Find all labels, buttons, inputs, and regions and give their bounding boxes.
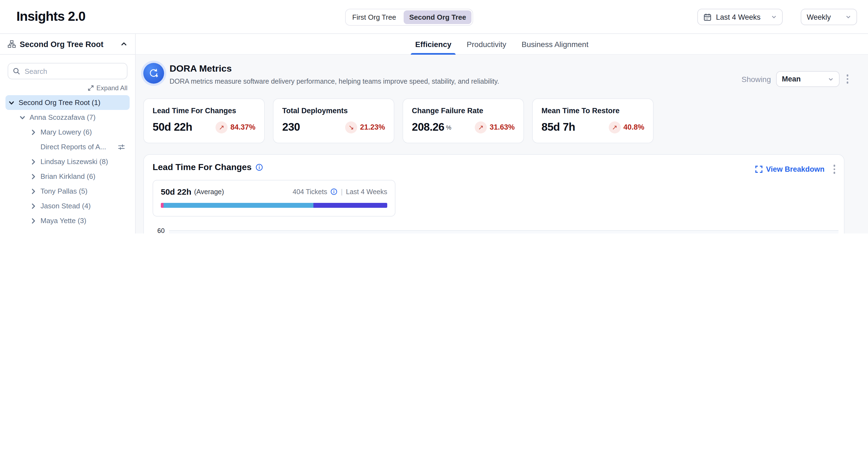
- chevron-right-icon[interactable]: [30, 202, 37, 210]
- tree-item-label: Maya Yette (3): [40, 217, 86, 225]
- phase-segment-review: [164, 203, 313, 208]
- expand-all-label: Expand All: [96, 84, 127, 92]
- org-tree: Second Org Tree Root (1)Anna Scozzafava …: [0, 95, 135, 228]
- dora-menu-kebab-icon[interactable]: [844, 72, 850, 86]
- trend-down-arrow-icon: ↘: [345, 121, 357, 133]
- tab-business-alignment[interactable]: Business Alignment: [520, 34, 589, 55]
- chevron-down-icon: [845, 14, 851, 20]
- phase-distribution-bar: [161, 203, 387, 208]
- chevron-up-icon[interactable]: [120, 40, 127, 48]
- showing-label: Showing: [742, 75, 771, 84]
- chevron-right-icon[interactable]: [30, 158, 37, 165]
- metric-title: Total Deployments: [282, 106, 385, 115]
- tabs: EfficiencyProductivityBusiness Alignment: [136, 34, 868, 55]
- app-title: Insights 2.0: [17, 9, 85, 24]
- metric-value: 230: [282, 121, 300, 133]
- info-icon[interactable]: [330, 188, 338, 195]
- y-tick-label: 60: [148, 227, 165, 234]
- calendar-icon: [703, 13, 712, 21]
- tree-item-label: Tony Pallas (5): [40, 187, 88, 195]
- summary-value: 50d 22h: [161, 187, 191, 196]
- tree-item-tony-pallas-5[interactable]: Tony Pallas (5): [5, 184, 130, 198]
- summary-tickets: 404 Tickets: [292, 188, 327, 195]
- search-input[interactable]: [8, 63, 127, 79]
- topbar-controls: Last 4 Weeks Weekly: [698, 9, 857, 25]
- sidebar: Second Org Tree Root Expand All Second O…: [0, 34, 136, 234]
- metric-value: 208.26: [412, 121, 444, 133]
- metric-delta: 84.37%: [230, 123, 255, 131]
- tree-item-label: Direct Reports of A...: [40, 143, 106, 151]
- dora-description: DORA metrics measure software delivery p…: [169, 77, 499, 85]
- tree-item-mary-lowery-6[interactable]: Mary Lowery (6): [5, 125, 130, 139]
- lead-time-card: Lead Time For Changes View Breakdown 50d…: [143, 154, 844, 234]
- tree-item-brian-kirkland-6[interactable]: Brian Kirkland (6): [5, 169, 130, 184]
- lead-time-view-breakdown-button[interactable]: View Breakdown: [755, 165, 825, 173]
- trend-up-arrow-icon: ↗: [216, 121, 227, 133]
- dora-cycle-icon: [143, 63, 164, 84]
- info-icon[interactable]: [255, 163, 263, 171]
- tree-item-label: Second Org Tree Root (1): [19, 98, 100, 106]
- expand-all-button[interactable]: Expand All: [0, 84, 127, 92]
- tabs-band: EfficiencyProductivityBusiness Alignment: [136, 34, 868, 55]
- tab-efficiency[interactable]: Efficiency: [414, 34, 452, 55]
- metric-title: Lead Time For Changes: [153, 106, 255, 115]
- metric-value: 85d 7h: [541, 121, 575, 133]
- summary-separator: |: [341, 188, 343, 195]
- metric-title: Mean Time To Restore: [541, 106, 644, 115]
- toggle-option-first-org-tree[interactable]: First Org Tree: [347, 10, 401, 24]
- tree-item-direct-reports-of-a[interactable]: Direct Reports of A...: [5, 139, 130, 154]
- sidebar-header: Second Org Tree Root: [0, 34, 135, 55]
- metric-card-change-failure-rate: Change Failure Rate208.26%↗31.63%: [403, 98, 524, 143]
- tree-item-anna-scozzafava-7[interactable]: Anna Scozzafava (7): [5, 110, 130, 125]
- metric-delta: 40.8%: [623, 123, 644, 131]
- metric-title: Change Failure Rate: [412, 106, 515, 115]
- tree-item-maya-yette-3[interactable]: Maya Yette (3): [5, 213, 130, 228]
- lead-time-summary: 50d 22h (Average) 404 Tickets | Last 4 W…: [153, 180, 396, 217]
- lead-time-chart: [169, 230, 838, 234]
- chevron-down-icon: [828, 76, 833, 82]
- filter-sliders-icon[interactable]: [118, 143, 125, 151]
- tree-item-label: Lindsay Liszewski (8): [40, 157, 108, 166]
- tab-productivity[interactable]: Productivity: [466, 34, 507, 55]
- main-content: EfficiencyProductivityBusiness Alignment…: [136, 34, 868, 234]
- metric-card-lead-time-for-changes: Lead Time For Changes50d 22h↗84.37%: [143, 98, 265, 143]
- showing-controls: Showing Mean: [742, 71, 850, 87]
- app-root: Insights 2.0 First Org TreeSecond Org Tr…: [0, 0, 868, 234]
- metric-unit: %: [446, 124, 452, 130]
- tree-item-lindsay-liszewski-8[interactable]: Lindsay Liszewski (8): [5, 154, 130, 169]
- tree-item-jason-stead-4[interactable]: Jason Stead (4): [5, 198, 130, 213]
- date-range-value: Last 4 Weeks: [716, 13, 761, 21]
- metric-value: 50d 22h: [153, 121, 192, 133]
- granularity-dropdown[interactable]: Weekly: [801, 9, 857, 25]
- tree-item-label: Jason Stead (4): [40, 202, 91, 210]
- toggle-option-second-org-tree[interactable]: Second Org Tree: [404, 10, 471, 24]
- sidebar-root-title: Second Org Tree Root: [20, 40, 117, 49]
- dora-section-header: DORA Metrics DORA metrics measure softwa…: [143, 63, 499, 85]
- granularity-value: Weekly: [807, 13, 831, 21]
- tree-item-label: Anna Scozzafava (7): [30, 113, 95, 121]
- aggregation-dropdown[interactable]: Mean: [776, 71, 839, 87]
- sidebar-search: [8, 63, 127, 79]
- tree-item-second-org-tree-root-1[interactable]: Second Org Tree Root (1): [5, 95, 130, 110]
- search-icon: [12, 67, 20, 75]
- metric-delta: 21.23%: [360, 123, 385, 131]
- chevron-right-icon[interactable]: [30, 173, 37, 180]
- phase-segment-build: [313, 203, 387, 208]
- tree-item-label: Brian Kirkland (6): [40, 172, 95, 181]
- metric-card-total-deployments: Total Deployments230↘21.23%: [273, 98, 394, 143]
- metric-delta: 31.63%: [490, 123, 515, 131]
- chevron-right-icon[interactable]: [30, 217, 37, 224]
- chevron-right-icon[interactable]: [30, 128, 37, 136]
- lead-time-menu-kebab-icon[interactable]: [831, 162, 837, 176]
- chevron-down-icon[interactable]: [19, 114, 26, 121]
- trend-up-arrow-icon: ↗: [475, 121, 487, 133]
- summary-period: Last 4 Weeks: [346, 188, 387, 195]
- chevron-right-icon[interactable]: [30, 187, 37, 195]
- top-bar: Insights 2.0 First Org TreeSecond Org Tr…: [0, 0, 868, 34]
- expand-corners-icon: [755, 166, 763, 173]
- tree-item-label: Mary Lowery (6): [40, 128, 92, 136]
- date-range-dropdown[interactable]: Last 4 Weeks: [698, 9, 783, 25]
- expand-arrows-icon: [88, 85, 94, 91]
- chevron-down-icon[interactable]: [8, 99, 15, 106]
- dora-title: DORA Metrics: [169, 63, 499, 74]
